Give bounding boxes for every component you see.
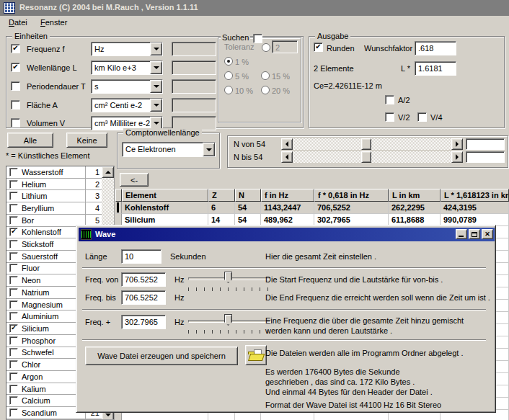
table-cell[interactable]: 1143,2447	[261, 202, 314, 214]
einheiten-field-periodendauer[interactable]	[172, 79, 216, 94]
table-header-0[interactable]	[115, 189, 122, 202]
ausgabe-checkbox-V2[interactable]	[385, 112, 394, 122]
einheiten-checkbox-fläche[interactable]	[11, 100, 20, 110]
keine-button[interactable]: Keine	[66, 133, 107, 148]
einheiten-checkbox-volumen[interactable]	[11, 118, 20, 128]
toleranz-radio-1%[interactable]	[224, 57, 233, 66]
suchen-checkbox[interactable]	[253, 34, 262, 43]
freq-von-input[interactable]: 706.5252	[121, 272, 166, 287]
menu-item-datei[interactable]: Datei	[6, 17, 30, 27]
element-checkbox-magnesium[interactable]	[9, 300, 18, 309]
back-button[interactable]: <-	[120, 173, 149, 187]
unit-dropdown-periodendauer[interactable]: s	[91, 79, 163, 94]
table-cell[interactable]: 424,3195	[441, 202, 509, 214]
table-header-3[interactable]: N	[235, 189, 261, 202]
element-checkbox-sauerstoff[interactable]	[9, 252, 18, 261]
scroll-right-button[interactable]	[451, 151, 463, 163]
l-factor-input[interactable]: 1.6181	[415, 61, 456, 76]
n-von-scrollbar-thumb[interactable]	[361, 138, 371, 150]
wave-save-button[interactable]: Wave Datei erzeugen und speichern	[85, 347, 238, 365]
element-checkbox-schwefel[interactable]	[9, 348, 18, 357]
toleranz-radio-15%[interactable]	[261, 71, 270, 80]
element-row-lithium[interactable]: Lithium3	[6, 190, 102, 202]
freq-plus-input[interactable]: 302.7965	[121, 315, 166, 329]
element-checkbox-lithium[interactable]	[9, 192, 18, 200]
element-checkbox-aluminium[interactable]	[9, 312, 18, 321]
minimize-button[interactable]	[456, 229, 467, 239]
table-header-6[interactable]: L in km	[389, 189, 441, 202]
alle-button[interactable]: Alle	[7, 133, 53, 148]
table-cell[interactable]: 6	[208, 202, 235, 214]
table-cell[interactable]: Kohlenstoff	[122, 202, 208, 214]
table-header-7[interactable]: L * 1,618123 in km	[441, 189, 509, 202]
close-button[interactable]: ✕	[482, 229, 493, 239]
element-checkbox-calcium[interactable]	[9, 396, 18, 405]
freq-von-slider-thumb[interactable]	[224, 272, 232, 283]
einheiten-field-wellenlänge[interactable]	[172, 61, 216, 75]
element-checkbox-phosphor[interactable]	[9, 336, 18, 345]
wunschfaktor-input[interactable]: .618	[415, 41, 456, 55]
einheiten-checkbox-periodendauer[interactable]	[11, 81, 20, 91]
toleranz-radio-20%[interactable]	[261, 86, 270, 94]
element-checkbox-kohlenstoff[interactable]: ✔	[9, 228, 18, 236]
scroll-up-button[interactable]	[102, 166, 114, 178]
element-checkbox-silicium[interactable]: ✔	[9, 324, 18, 333]
unit-dropdown-fläche-dropdown-button[interactable]	[150, 99, 162, 112]
element-checkbox-neon[interactable]	[9, 276, 18, 285]
unit-dropdown-fläche[interactable]: cm² Centi e-2	[91, 98, 163, 112]
maximize-button[interactable]	[469, 229, 480, 239]
toleranz-radio-5%[interactable]	[224, 71, 233, 80]
laenge-input[interactable]: 10	[121, 249, 161, 264]
table-cell[interactable]: 262,2295	[389, 202, 441, 214]
freq-plus-slider-thumb[interactable]	[224, 314, 232, 326]
element-checkbox-wasserstoff[interactable]	[9, 168, 18, 177]
element-row-beryllium[interactable]: Beryllium4	[6, 202, 102, 215]
einheiten-field-fläche[interactable]	[172, 98, 216, 112]
element-checkbox-kalium[interactable]	[9, 385, 18, 393]
element-checkbox-argon[interactable]	[9, 372, 18, 381]
unit-dropdown-frequenz[interactable]: Hz	[91, 42, 163, 56]
table-row-selector[interactable]	[115, 202, 122, 214]
n-von-input[interactable]	[466, 138, 505, 150]
element-checkbox-stickstoff[interactable]	[9, 240, 18, 249]
scroll-left-button[interactable]	[281, 151, 293, 163]
n-bis-scrollbar-thumb[interactable]	[361, 151, 371, 163]
compton-dropdown-button[interactable]	[203, 143, 215, 156]
n-bis-input[interactable]	[466, 151, 505, 163]
table-cell[interactable]: 54	[235, 202, 261, 214]
wave-dialog-titlebar[interactable]: Wave ✕	[79, 228, 495, 241]
element-checkbox-chlor[interactable]	[9, 360, 18, 369]
element-checkbox-fluor[interactable]	[9, 264, 18, 272]
element-checkbox-natrium[interactable]	[9, 288, 18, 297]
runden-checkbox[interactable]: ✔	[314, 43, 323, 52]
freq-bis-input[interactable]: 706.5252	[121, 290, 166, 305]
element-row-helium[interactable]: Helium2	[6, 179, 102, 191]
unit-dropdown-wellenlänge-dropdown-button[interactable]	[150, 61, 162, 74]
unit-dropdown-frequenz-dropdown-button[interactable]	[150, 43, 162, 55]
einheiten-checkbox-wellenlänge[interactable]: ✔	[11, 63, 20, 72]
scroll-right-button[interactable]	[451, 138, 463, 150]
menu-item-fenster[interactable]: Fenster	[37, 17, 70, 27]
table-header-2[interactable]: Z	[208, 189, 235, 202]
toleranz-radio-custom[interactable]	[262, 43, 270, 52]
scroll-left-button[interactable]	[281, 138, 293, 150]
element-checkbox-scandium[interactable]	[9, 408, 18, 417]
element-checkbox-bor[interactable]	[9, 216, 18, 225]
ausgabe-checkbox-V4[interactable]	[417, 112, 427, 122]
n-von-scrollbar[interactable]	[281, 138, 463, 150]
unit-dropdown-periodendauer-dropdown-button[interactable]	[150, 80, 162, 93]
table-header-5[interactable]: f * 0,618 in Hz	[314, 189, 389, 202]
n-bis-scrollbar[interactable]	[281, 151, 463, 163]
element-checkbox-beryllium[interactable]	[9, 204, 18, 213]
table-header-1[interactable]: Element	[122, 189, 208, 202]
compton-dropdown[interactable]: Ce Elektronen	[122, 142, 216, 157]
einheiten-field-frequenz[interactable]	[172, 42, 216, 56]
table-cell[interactable]: 706,5252	[314, 202, 389, 214]
toleranz-radio-10%[interactable]	[224, 86, 233, 94]
element-row-wasserstoff[interactable]: Wasserstoff1	[6, 166, 102, 179]
table-header-4[interactable]: f in Hz	[261, 189, 314, 202]
wave-folder-button[interactable]	[245, 345, 267, 365]
einheiten-checkbox-frequenz[interactable]: ✔	[11, 44, 20, 53]
unit-dropdown-wellenlänge[interactable]: km Kilo e+3	[91, 61, 163, 75]
ausgabe-checkbox-A2[interactable]	[385, 95, 394, 104]
